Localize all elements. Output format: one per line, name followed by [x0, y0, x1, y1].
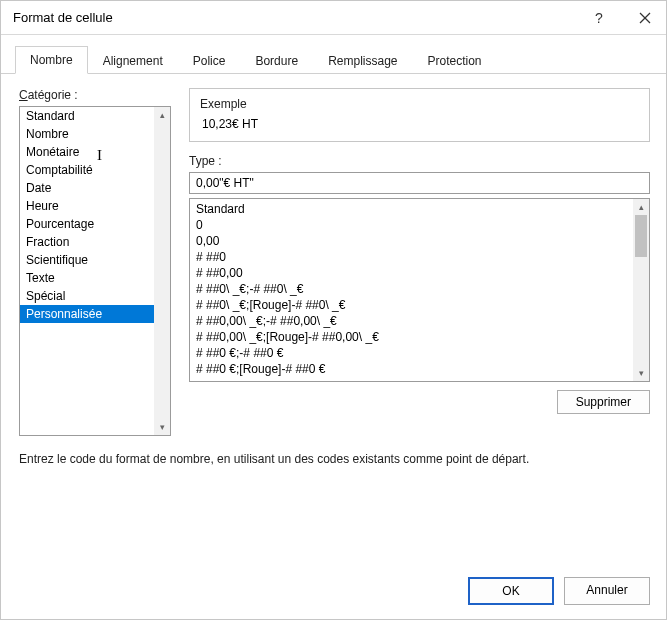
category-item[interactable]: Pourcentage: [20, 215, 170, 233]
tab-remplissage[interactable]: Remplissage: [313, 47, 412, 74]
tab-content: Catégorie : Standard Nombre Monétaire Co…: [1, 74, 667, 567]
category-label-accel: C: [19, 88, 28, 102]
tab-bordure[interactable]: Bordure: [240, 47, 313, 74]
format-item[interactable]: # ##0,00: [196, 265, 649, 281]
format-item[interactable]: # ##0\ _€;-# ##0\ _€: [196, 281, 649, 297]
svg-line-1: [640, 13, 650, 23]
details-column: Exemple 10,23€ HT Type : Standard 0 0,00…: [189, 88, 650, 436]
format-item[interactable]: # ##0,00\ _€;-# ##0,00\ _€: [196, 313, 649, 329]
tabstrip: Nombre Alignement Police Bordure Remplis…: [1, 35, 667, 74]
category-column: Catégorie : Standard Nombre Monétaire Co…: [19, 88, 171, 436]
category-label-rest: atégorie :: [28, 88, 78, 102]
close-icon: [639, 12, 651, 24]
delete-row: Supprimer: [189, 390, 650, 414]
svg-line-0: [640, 13, 650, 23]
category-listbox[interactable]: Standard Nombre Monétaire Comptabilité D…: [19, 106, 171, 436]
category-item[interactable]: Spécial: [20, 287, 170, 305]
scroll-up-icon[interactable]: ▴: [633, 199, 649, 215]
format-item[interactable]: # ##0: [196, 249, 649, 265]
format-list-inner: Standard 0 0,00 # ##0 # ##0,00 # ##0\ _€…: [190, 199, 649, 379]
format-scrollbar[interactable]: ▴ ▾: [633, 199, 649, 381]
category-item[interactable]: Standard: [20, 107, 170, 125]
main-row: Catégorie : Standard Nombre Monétaire Co…: [19, 88, 650, 436]
scroll-thumb[interactable]: [635, 215, 647, 257]
tab-protection[interactable]: Protection: [413, 47, 497, 74]
format-item[interactable]: # ##0\ _€;[Rouge]-# ##0\ _€: [196, 297, 649, 313]
format-item[interactable]: 0: [196, 217, 649, 233]
tab-nombre[interactable]: Nombre: [15, 46, 88, 74]
dialog-buttons: OK Annuler: [1, 567, 667, 620]
format-item[interactable]: # ##0 €;[Rouge]-# ##0 €: [196, 361, 649, 377]
help-icon: ?: [595, 10, 603, 26]
format-item[interactable]: # ##0 €;-# ##0 €: [196, 345, 649, 361]
hint-text: Entrez le code du format de nombre, en u…: [19, 452, 650, 466]
category-scrollbar[interactable]: ▴ ▾: [154, 107, 170, 435]
category-item[interactable]: Texte: [20, 269, 170, 287]
tab-alignement[interactable]: Alignement: [88, 47, 178, 74]
delete-button[interactable]: Supprimer: [557, 390, 650, 414]
format-item[interactable]: # ##0,00\ _€;[Rouge]-# ##0,00\ _€: [196, 329, 649, 345]
category-item[interactable]: Fraction: [20, 233, 170, 251]
example-value: 10,23€ HT: [200, 117, 639, 131]
category-item[interactable]: Date: [20, 179, 170, 197]
ok-button[interactable]: OK: [468, 577, 554, 605]
category-label: Catégorie :: [19, 88, 171, 102]
example-title: Exemple: [200, 97, 639, 111]
format-item[interactable]: Standard: [196, 201, 649, 217]
type-label: Type :: [189, 154, 650, 168]
cancel-button[interactable]: Annuler: [564, 577, 650, 605]
help-button[interactable]: ?: [576, 1, 622, 35]
close-button[interactable]: [622, 1, 667, 35]
type-input[interactable]: [189, 172, 650, 194]
example-group: Exemple 10,23€ HT: [189, 88, 650, 142]
titlebar: Format de cellule ?: [1, 1, 667, 35]
scroll-down-icon[interactable]: ▾: [633, 365, 649, 381]
format-item[interactable]: 0,00: [196, 233, 649, 249]
format-cells-dialog: Format de cellule ? Nombre Alignement Po…: [1, 1, 667, 620]
category-item[interactable]: Personnalisée: [20, 305, 170, 323]
category-item[interactable]: Heure: [20, 197, 170, 215]
scroll-up-icon[interactable]: ▴: [154, 107, 170, 123]
dialog-title: Format de cellule: [13, 10, 576, 25]
tab-police[interactable]: Police: [178, 47, 241, 74]
category-item[interactable]: Nombre: [20, 125, 170, 143]
scroll-down-icon[interactable]: ▾: [154, 419, 170, 435]
format-listbox[interactable]: Standard 0 0,00 # ##0 # ##0,00 # ##0\ _€…: [189, 198, 650, 382]
category-item[interactable]: Scientifique: [20, 251, 170, 269]
category-item[interactable]: Comptabilité: [20, 161, 170, 179]
category-item[interactable]: Monétaire: [20, 143, 170, 161]
